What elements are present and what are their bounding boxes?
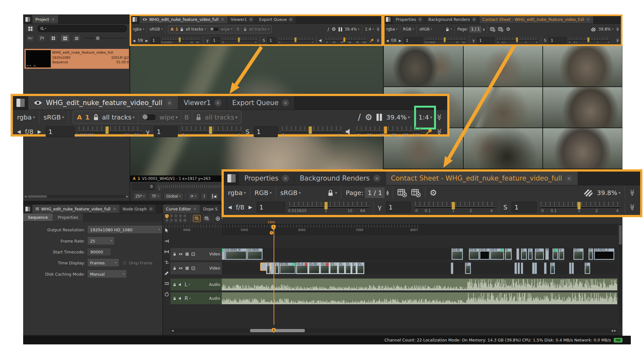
- audio1-waveform[interactable]: [222, 279, 617, 290]
- zoom-dropdown[interactable]: 39.8%▾: [598, 27, 613, 31]
- gamma-input[interactable]: 1: [477, 37, 494, 44]
- timeline-clip[interactable]: V1-00: [308, 262, 320, 274]
- gain-input[interactable]: 1: [404, 37, 423, 44]
- timeline-clip[interactable]: V1-0: [296, 262, 308, 274]
- tab-background-renders[interactable]: Background Renders×: [425, 15, 479, 23]
- colorspace-dropdown[interactable]: sRGB▾: [280, 189, 301, 197]
- timeline-ruler[interactable]: 11682000300040005000600070008007: [222, 224, 617, 235]
- timeline-clip[interactable]: V1: [345, 262, 351, 274]
- close-icon[interactable]: ×: [373, 175, 380, 182]
- lock-icon[interactable]: [173, 297, 176, 300]
- detail-view-button[interactable]: [60, 34, 69, 42]
- gain-slider[interactable]: 0.01562511064: [79, 125, 142, 139]
- frame-rate-select[interactable]: 25▾: [87, 237, 114, 245]
- lock-icon[interactable]: [180, 27, 184, 31]
- close-icon[interactable]: ×: [51, 17, 55, 22]
- gamma-slider[interactable]: 00.1124: [415, 200, 495, 214]
- timeline-scrollbar[interactable]: ◀ ◀ ▶: [170, 328, 617, 333]
- prev-icon[interactable]: ◀: [17, 129, 21, 135]
- colorspace-dropdown[interactable]: sRGB▾: [419, 27, 432, 31]
- a-buffer-label[interactable]: A: [170, 27, 173, 31]
- razor-tool-icon[interactable]: [164, 271, 169, 275]
- project-clip-item[interactable]: ≡+ ◎ WHG_edit_nuke_feature_video_full 19…: [24, 49, 129, 69]
- page-input[interactable]: 1 / 1: [469, 26, 482, 33]
- chevrons-icon[interactable]: ≫: [616, 27, 620, 31]
- timeline-clip[interactable]: V1: [338, 262, 345, 274]
- move-tool-icon[interactable]: [164, 239, 169, 243]
- timeline-clip[interactable]: [514, 262, 517, 274]
- start-timecode-input[interactable]: 90000: [87, 248, 111, 255]
- gain-input[interactable]: 1: [150, 37, 160, 44]
- channels-dropdown[interactable]: rgba▾: [228, 189, 246, 197]
- tag-marker-1[interactable]: 1: [165, 214, 169, 218]
- close-icon[interactable]: ×: [249, 17, 253, 22]
- timeline-clip[interactable]: [569, 262, 571, 274]
- pause-icon[interactable]: [376, 114, 382, 121]
- gear-icon[interactable]: ⚙: [365, 113, 372, 121]
- timeline-clip[interactable]: V2-0l: [469, 248, 479, 260]
- timeline-clip[interactable]: V: [351, 262, 357, 274]
- slip-tool-icon[interactable]: [164, 260, 169, 264]
- view-mode-button[interactable]: [26, 25, 35, 32]
- timeline-clip[interactable]: V: [552, 248, 558, 260]
- timeline-clip[interactable]: V2-: [535, 248, 544, 260]
- chevrons-icon[interactable]: ≫: [436, 114, 444, 121]
- wipe-toggle[interactable]: [141, 114, 156, 121]
- timeline-vertical-scrollbar[interactable]: [619, 225, 622, 324]
- close-icon[interactable]: ×: [282, 99, 289, 106]
- timeline-clip[interactable]: V2-0004_W: [225, 248, 247, 260]
- chevrons-icon[interactable]: ≫: [616, 39, 620, 43]
- pause-icon[interactable]: [339, 27, 342, 31]
- tab-viewer-sequence[interactable]: WHG_edit_nuke_feature_video_full×: [140, 15, 228, 23]
- gear-icon[interactable]: ⚙: [506, 27, 510, 32]
- gain-slider[interactable]: 0.01562511064: [289, 200, 369, 214]
- channels-dropdown[interactable]: rgba▾: [386, 27, 397, 31]
- tag-marker-8[interactable]: 8: [174, 219, 178, 223]
- close-icon[interactable]: ×: [282, 175, 289, 182]
- grid-view-button[interactable]: [49, 34, 58, 42]
- gamma-slider[interactable]: 014: [182, 125, 241, 139]
- tag-marker-4[interactable]: 4: [178, 214, 182, 218]
- saturation-input[interactable]: 1: [512, 202, 537, 213]
- tag-marker-7[interactable]: 7: [169, 219, 173, 223]
- next-icon[interactable]: ▶: [249, 204, 252, 210]
- tab-contact-sheet[interactable]: Contact Sheet - WHG_edit_nuke_feature_vi…: [479, 15, 594, 23]
- zoom-dropdown[interactable]: 39.4%▾: [345, 27, 359, 31]
- gamma-slider[interactable]: 014: [222, 36, 257, 45]
- clear-sheet-icon[interactable]: [498, 27, 503, 32]
- lock-icon[interactable]: [93, 114, 99, 121]
- speaker-icon[interactable]: [178, 283, 182, 287]
- channels-dropdown[interactable]: rgba▾: [17, 113, 35, 121]
- tag-marker-9[interactable]: 9: [178, 219, 182, 223]
- close-icon[interactable]: ×: [149, 207, 153, 211]
- slider-knob[interactable]: [343, 37, 346, 42]
- timeline-clip[interactable]: [222, 248, 225, 260]
- thumbnail-size-slider[interactable]: [84, 38, 127, 39]
- close-icon[interactable]: ×: [113, 207, 117, 211]
- drop-frame-checkbox[interactable]: [122, 261, 127, 265]
- timeline-clip[interactable]: V2-0l: [479, 248, 490, 260]
- range-dropdown[interactable]: Global▾: [164, 192, 183, 200]
- wipe-handle-icon[interactable]: /: [358, 112, 361, 122]
- subtab-properties[interactable]: Properties: [53, 213, 83, 221]
- contact-sheet-thumbnail[interactable]: [464, 87, 543, 128]
- lock-icon[interactable]: [195, 114, 202, 121]
- wipe-handle-icon[interactable]: /: [328, 27, 329, 32]
- timeline-clip[interactable]: V1-00: [279, 262, 296, 274]
- contact-sheet-thumbnail[interactable]: [384, 46, 463, 86]
- gear-icon[interactable]: ⚙: [430, 189, 437, 197]
- tab-viewer1[interactable]: Viewer1×: [178, 96, 227, 110]
- timeline-clip[interactable]: V:: [505, 248, 512, 260]
- go-to-start-button[interactable]: ◀: [210, 192, 219, 200]
- tag-marker-2[interactable]: 2: [169, 214, 173, 218]
- gain-slider[interactable]: 0.01562511064: [163, 36, 201, 45]
- saturation-slider[interactable]: 014: [282, 125, 341, 139]
- wipe-mode-dropdown[interactable]: wipe▾: [159, 113, 178, 121]
- timeline-clip[interactable]: [451, 262, 453, 274]
- tab-node-graph[interactable]: Node Graph×: [120, 205, 156, 213]
- page-spinner[interactable]: ▲▼: [483, 28, 485, 31]
- mask-icon[interactable]: [191, 266, 195, 270]
- timeline-clip[interactable]: V1-: [330, 262, 338, 274]
- timeline-clip[interactable]: V2-00: [451, 248, 463, 260]
- channels-dropdown[interactable]: rgba▾: [133, 27, 144, 31]
